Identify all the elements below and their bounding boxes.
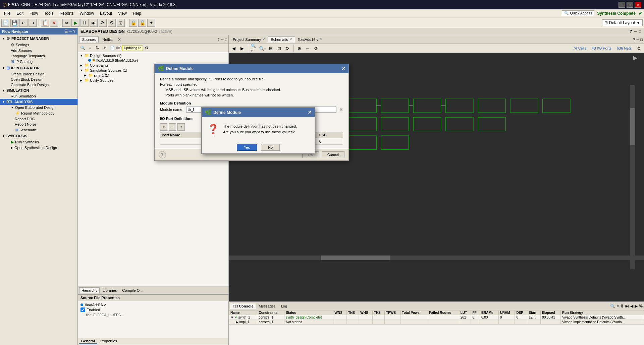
sch-max-icon[interactable]: □: [640, 38, 643, 42]
ip-catalog-item[interactable]: ⊞ IP Catalog: [0, 59, 77, 65]
schematic-item[interactable]: ⊞ Schematic: [0, 127, 77, 133]
tab-messages[interactable]: Messages: [256, 303, 278, 309]
libraries-tab[interactable]: Libraries: [100, 287, 119, 293]
sources-max-icon[interactable]: □: [225, 38, 227, 42]
confirm-close-btn[interactable]: ✕: [308, 109, 312, 116]
menu-edit[interactable]: Edit: [14, 10, 26, 16]
elab-max-icon[interactable]: □: [639, 29, 641, 34]
tab-schematic[interactable]: Schematic ✕: [268, 37, 295, 43]
connect-btn[interactable]: ∞: [62, 19, 70, 27]
sch-zoom-out-btn[interactable]: 🔍-: [259, 45, 266, 52]
new-btn[interactable]: 📄: [1, 19, 9, 27]
close-button[interactable]: ✕: [635, 2, 641, 8]
sources-min-icon[interactable]: ─: [221, 38, 224, 42]
sch-forward-btn[interactable]: ▶: [238, 45, 246, 52]
section-synthesis-header[interactable]: ▼ SYNTHESIS: [0, 133, 77, 139]
star-btn[interactable]: ✦: [147, 19, 155, 27]
settings-btn[interactable]: ⚙: [108, 19, 116, 27]
sch-fit2-btn[interactable]: ⊡: [275, 45, 283, 52]
quick-access-input[interactable]: 🔍 Quick Access: [562, 10, 594, 16]
language-templates-item[interactable]: Language Templates: [0, 53, 77, 59]
sfp-general-tab[interactable]: General: [79, 339, 97, 344]
sch-settings-btn[interactable]: ⚙: [635, 45, 643, 52]
hierarchy-tab[interactable]: Hierarchy: [79, 287, 100, 293]
unlock-btn[interactable]: 🔓: [138, 19, 146, 27]
copy-btn[interactable]: 📋: [41, 19, 49, 27]
confirm-no-btn[interactable]: No: [261, 144, 280, 151]
bottom-search-icon[interactable]: 🔍: [610, 304, 615, 308]
sch-fit-btn[interactable]: ⊞: [267, 45, 274, 52]
sch-back-btn[interactable]: ◀: [230, 45, 237, 52]
redo-btn[interactable]: ↪: [29, 19, 37, 27]
tab-log[interactable]: Log: [278, 303, 290, 309]
section-ip-integrator-header[interactable]: ▼ ⊞ IP INTEGRATOR: [0, 65, 77, 71]
define-module-close-btn[interactable]: ✕: [341, 65, 346, 72]
tab-float-add16-v[interactable]: floatAdd16.v ✕: [295, 37, 325, 42]
tree-float-add16[interactable]: floatAdd16 (floatAdd16.v): [78, 58, 228, 63]
sch-up-btn[interactable]: ⊕: [296, 45, 303, 52]
tab-tcl-console[interactable]: Tcl Console: [230, 303, 256, 309]
title-bar-controls[interactable]: ─ □ ✕: [619, 2, 641, 8]
elab-help-icon[interactable]: ?: [630, 29, 632, 34]
section-simulation-header[interactable]: ▼ SIMULATION: [0, 87, 77, 93]
menu-help[interactable]: Help: [130, 10, 144, 16]
sfp-properties-tab[interactable]: Properties: [98, 339, 119, 344]
define-module-help-btn[interactable]: ?: [159, 151, 166, 158]
tab-sources[interactable]: Sources: [79, 37, 99, 43]
flow-nav-help-icon[interactable]: ?: [73, 29, 75, 33]
open-elab-item[interactable]: ▼ Open Elaborated Design: [0, 105, 77, 110]
menu-tools[interactable]: Tools: [41, 10, 56, 16]
tab-netlist[interactable]: Netlist: [99, 37, 116, 43]
delete-btn[interactable]: ✕: [50, 19, 58, 27]
generate-block-design-item[interactable]: Generate Block Design: [0, 82, 77, 87]
menu-window[interactable]: Window: [77, 10, 97, 16]
step2-btn[interactable]: ⏭: [90, 19, 98, 27]
sfp-enabled-checkbox[interactable]: [80, 307, 85, 312]
menu-file[interactable]: File: [1, 10, 13, 16]
io-up-btn[interactable]: ↑: [177, 123, 185, 131]
add-source-btn[interactable]: +: [101, 45, 108, 51]
section-rtl-analysis-header[interactable]: ▼ RTL ANALYSIS: [0, 99, 77, 105]
define-module-cancel-btn[interactable]: Cancel: [322, 151, 344, 158]
settings-item[interactable]: ⚙ Settings: [0, 42, 77, 48]
menu-reports[interactable]: Reports: [57, 10, 76, 16]
maximize-button[interactable]: □: [627, 2, 633, 8]
menu-view[interactable]: View: [115, 10, 129, 16]
module-name-clear-icon[interactable]: ✕: [339, 107, 343, 112]
bottom-sort-icon[interactable]: ⇅: [620, 304, 624, 308]
step-btn[interactable]: ⏸: [80, 19, 89, 27]
tree-design-sources[interactable]: ▼ 📁 Design Sources (1): [78, 53, 228, 58]
report-noise-item[interactable]: Report Noise: [0, 122, 77, 127]
fav-close-icon[interactable]: ✕: [320, 38, 322, 41]
report-methodology-item[interactable]: ⚡ Report Methodology: [0, 110, 77, 116]
sch-corner-expand-icon[interactable]: ▶: [633, 55, 637, 61]
compile-order-tab[interactable]: Compile O...: [120, 287, 145, 293]
search-btn[interactable]: 🔍: [79, 45, 86, 51]
bottom-filter-icon[interactable]: ≡: [616, 304, 619, 308]
io-remove-btn[interactable]: ─: [169, 123, 176, 131]
sch-zoom-in-btn[interactable]: 🔍+: [250, 45, 258, 52]
bottom-prev-icon[interactable]: ◀: [630, 304, 633, 308]
sch-minus-btn[interactable]: ─: [304, 45, 311, 52]
flow-nav-restore-icon[interactable]: ☰: [64, 29, 68, 33]
confirm-yes-btn[interactable]: Yes: [237, 144, 257, 151]
minimize-button[interactable]: ─: [619, 2, 625, 8]
bottom-play-icon[interactable]: ▶: [635, 304, 638, 308]
open-synth-design-item[interactable]: ▶ Open Synthesized Design: [0, 145, 77, 150]
sch-close-icon[interactable]: ✕: [289, 38, 292, 41]
add-sources-item[interactable]: Add Sources: [0, 48, 77, 53]
layout-dropdown[interactable]: ⊞ Default Layout ▼: [602, 19, 643, 26]
tab-project-summary[interactable]: Project Summary ✕: [230, 37, 268, 42]
refresh-btn[interactable]: ⟳: [99, 19, 107, 27]
create-block-design-item[interactable]: Create Block Design: [0, 71, 77, 77]
menu-flow[interactable]: Flow: [27, 10, 41, 16]
sch-reload-btn[interactable]: ⟳: [312, 45, 320, 52]
flow-nav-min-icon[interactable]: ─: [69, 29, 72, 33]
sch-min-icon[interactable]: ─: [637, 38, 639, 42]
sigma-btn[interactable]: Σ: [117, 19, 125, 27]
bottom-pause-icon[interactable]: %: [639, 304, 643, 308]
expand-all-btn[interactable]: ⇅: [94, 45, 101, 51]
collapse-all-btn[interactable]: ≡: [87, 45, 93, 51]
run-simulation-item[interactable]: Run Simulation: [0, 93, 77, 99]
save-btn[interactable]: 💾: [10, 19, 18, 27]
